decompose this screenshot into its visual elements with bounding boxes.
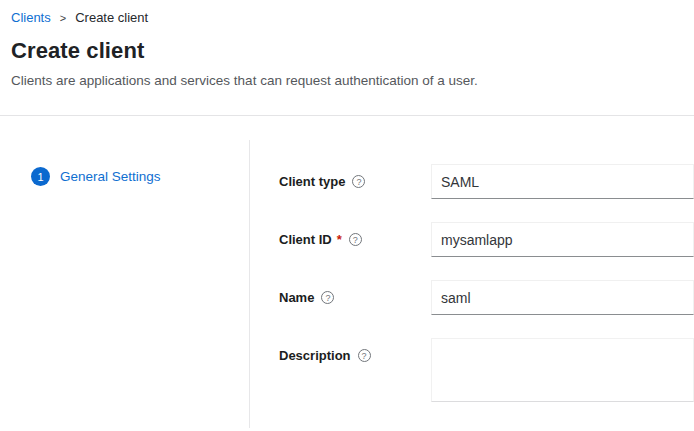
description-help-icon[interactable]: ? bbox=[358, 349, 371, 362]
page-header: Clients > Create client Create client Cl… bbox=[0, 0, 694, 88]
client-type-input[interactable] bbox=[431, 164, 694, 199]
create-client-form: Client type ? Client ID * ? Name ? bbox=[250, 116, 694, 430]
client-type-control bbox=[431, 164, 694, 199]
client-id-label-text: Client ID bbox=[279, 232, 332, 247]
form-row-client-id: Client ID * ? bbox=[279, 222, 694, 257]
client-id-label: Client ID * ? bbox=[279, 232, 431, 247]
required-indicator: * bbox=[337, 232, 342, 247]
breadcrumb: Clients > Create client bbox=[11, 10, 678, 25]
step-number-badge: 1 bbox=[31, 167, 50, 186]
page-subtitle: Clients are applications and services th… bbox=[11, 73, 678, 88]
breadcrumb-separator-icon: > bbox=[60, 12, 66, 24]
page-title: Create client bbox=[11, 38, 678, 64]
name-help-icon[interactable]: ? bbox=[321, 291, 334, 304]
client-type-help-icon[interactable]: ? bbox=[352, 175, 365, 188]
form-row-client-type: Client type ? bbox=[279, 164, 694, 199]
wizard-step-general-settings[interactable]: 1 General Settings bbox=[31, 167, 249, 186]
name-label: Name ? bbox=[279, 290, 431, 305]
name-label-text: Name bbox=[279, 290, 314, 305]
description-label: Description ? bbox=[279, 338, 431, 363]
form-row-description: Description ? bbox=[279, 338, 694, 402]
description-textarea[interactable] bbox=[431, 338, 694, 402]
client-type-label: Client type ? bbox=[279, 174, 431, 189]
name-input[interactable] bbox=[431, 280, 694, 315]
client-id-input[interactable] bbox=[431, 222, 694, 257]
breadcrumb-current: Create client bbox=[75, 10, 148, 25]
form-row-name: Name ? bbox=[279, 280, 694, 315]
description-control bbox=[431, 338, 694, 402]
name-control bbox=[431, 280, 694, 315]
step-label: General Settings bbox=[60, 169, 161, 184]
content-area: 1 General Settings Client type ? Client … bbox=[0, 116, 694, 430]
wizard-nav: 1 General Settings bbox=[0, 140, 250, 428]
client-id-control bbox=[431, 222, 694, 257]
breadcrumb-link-clients[interactable]: Clients bbox=[11, 10, 51, 25]
client-type-label-text: Client type bbox=[279, 174, 345, 189]
client-id-help-icon[interactable]: ? bbox=[349, 233, 362, 246]
description-label-text: Description bbox=[279, 348, 351, 363]
